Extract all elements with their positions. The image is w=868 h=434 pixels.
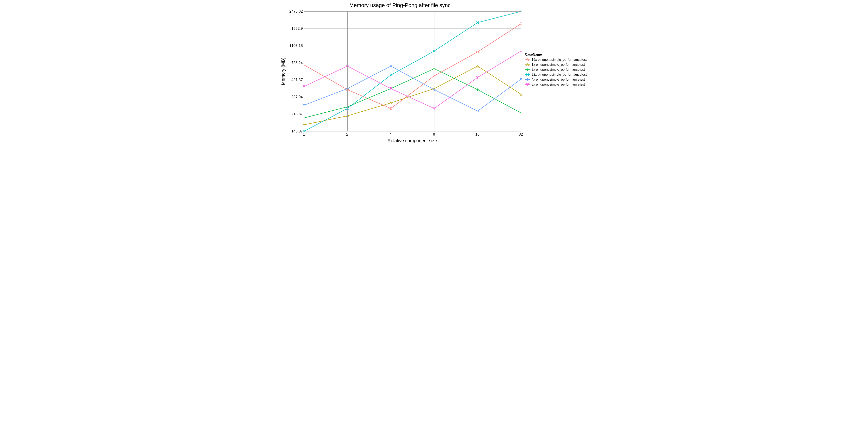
- legend-item: 8x pingpongsimple_performancetest: [525, 82, 587, 87]
- x-axis-label: Relative component size: [304, 138, 521, 144]
- legend-swatch: [525, 73, 530, 76]
- legend-item: 1x pingpongsimple_performancetest: [525, 62, 587, 67]
- legend-label: 4x pingpongsimple_performancetest: [531, 78, 585, 82]
- y-tick-label: 146.07: [287, 129, 303, 133]
- legend-title: CaseName: [525, 53, 587, 56]
- y-tick-label: 1652.9: [287, 26, 303, 31]
- legend-label: 16x pingpongsimple_performancetest: [531, 58, 587, 62]
- legend-item: 4x pingpongsimple_performancetest: [525, 77, 587, 82]
- gridline-v: [477, 11, 478, 131]
- gridline-h: [304, 131, 521, 131]
- x-tick-label: 16: [475, 132, 479, 136]
- x-tick-label: 1: [303, 132, 305, 136]
- series-line: [304, 69, 521, 118]
- y-tick-label: 327.94: [287, 95, 303, 99]
- legend: CaseName 16x pingpongsimple_performancet…: [525, 53, 587, 87]
- legend-label: 32x pingpongsimple_performancetest: [531, 73, 587, 76]
- x-tick-label: 32: [519, 132, 523, 136]
- legend-label: 2x pingpongsimple_performancetest: [531, 68, 585, 71]
- plot-area: [304, 11, 521, 131]
- legend-swatch: [525, 58, 530, 62]
- gridline-v: [304, 11, 304, 131]
- chart-svg: [304, 11, 521, 131]
- legend-swatch: [525, 68, 530, 71]
- y-tick-label: 2476.62: [287, 9, 303, 13]
- legend-swatch: [525, 78, 530, 82]
- y-tick-label: 218.87: [287, 112, 303, 116]
- legend-swatch: [525, 83, 530, 86]
- legend-label: 1x pingpongsimple_performancetest: [531, 63, 585, 66]
- x-tick-label: 8: [433, 132, 435, 136]
- x-tick-label: 2: [346, 132, 348, 136]
- y-tick-label: 1103.15: [287, 43, 303, 48]
- y-axis-label: Memory (MB): [281, 11, 286, 131]
- legend-label: 8x pingpongsimple_performancetest: [531, 83, 585, 86]
- legend-swatch: [525, 63, 530, 66]
- chart-title: Memory usage of Ping-Pong after file syn…: [279, 2, 521, 8]
- data-point-marker: [527, 69, 529, 71]
- legend-item: 16x pingpongsimple_performancetest: [525, 57, 587, 62]
- gridline-v: [521, 11, 521, 131]
- y-tick-label: 736.24: [287, 61, 303, 65]
- gridline-v: [347, 11, 348, 131]
- y-tick-label: 491.37: [287, 78, 303, 82]
- chart-container: Memory usage of Ping-Pong after file syn…: [279, 0, 589, 155]
- x-tick-label: 4: [390, 132, 392, 136]
- legend-item: 2x pingpongsimple_performancetest: [525, 67, 587, 72]
- gridline-h: [304, 63, 521, 63]
- legend-item: 32x pingpongsimple_performancetest: [525, 72, 587, 77]
